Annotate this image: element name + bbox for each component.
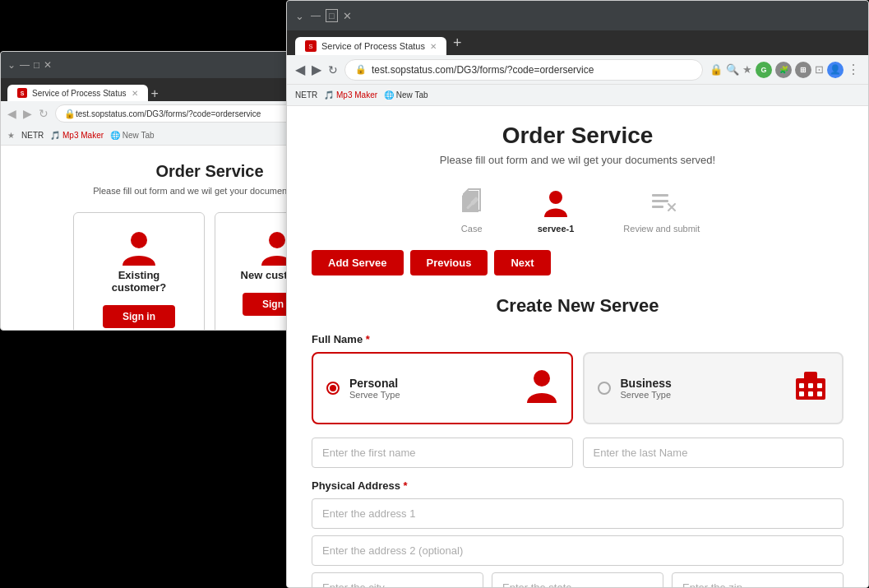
front-nav-forward[interactable]: ▶ (312, 62, 321, 77)
servee-type-row: Personal Servee Type Business Servee Typ… (312, 352, 844, 424)
front-mp3-label: Mp3 Maker (336, 90, 377, 100)
business-info: Business Servee Type (621, 377, 793, 400)
svg-point-0 (131, 232, 147, 248)
back-win-controls: ⌄ — □ ✕ (7, 59, 52, 71)
next-button[interactable]: Next (494, 250, 550, 275)
front-tab-close-icon[interactable]: ✕ (430, 42, 437, 51)
action-buttons-row: Add Servee Previous Next (312, 250, 844, 275)
last-name-input[interactable] (583, 438, 844, 468)
front-toolbar: NETR 🎵 Mp3 Maker 🌐 New Tab (287, 85, 868, 106)
step-case-icon-wrap (455, 186, 488, 219)
first-name-input[interactable] (312, 438, 573, 468)
front-address-input[interactable]: 🔒 test.sopstatus.com/DG3/forms/?code=ord… (344, 59, 703, 81)
front-address-row: ◀ ▶ ↻ 🔒 test.sopstatus.com/DG3/forms/?co… (287, 55, 868, 85)
personal-sub: Servee Type (349, 390, 525, 400)
front-ext-green[interactable]: G (756, 62, 772, 78)
add-servee-button[interactable]: Add Servee (312, 250, 404, 275)
step-review: Review and submit (623, 186, 700, 234)
state-input[interactable] (492, 572, 663, 588)
full-name-label-text: Full Name (312, 333, 363, 345)
front-active-tab[interactable]: S Service of Process Status ✕ (295, 37, 446, 55)
front-tab-label: Service of Process Status (321, 41, 425, 51)
svg-rect-12 (799, 383, 804, 388)
personal-icon (525, 367, 558, 410)
existing-customer-label: Existing customer? (94, 269, 184, 294)
front-toolbar-mp3[interactable]: 🎵 Mp3 Maker (324, 90, 377, 100)
back-win-close[interactable]: ✕ (44, 59, 52, 71)
front-new-tab-btn[interactable]: + (453, 35, 462, 55)
front-split-icon[interactable]: ⊡ (815, 63, 824, 76)
business-type-card[interactable]: Business Servee Type (583, 352, 844, 424)
front-chrome-top: ⌄ — □ ✕ (287, 1, 868, 30)
city-input[interactable] (312, 572, 483, 588)
back-win-down[interactable]: ⌄ (7, 59, 16, 71)
front-lock-icon: 🔒 (355, 64, 367, 75)
back-win-minimize[interactable]: — (20, 59, 30, 71)
back-tab-favicon: S (17, 88, 27, 98)
front-star-icon[interactable]: ★ (742, 63, 752, 76)
front-maximize-icon[interactable]: □ (326, 9, 338, 22)
personal-name: Personal (349, 377, 525, 390)
back-nav-reload[interactable]: ↻ (39, 107, 49, 120)
front-profile-icon[interactable]: 👤 (827, 62, 844, 78)
front-ext-puzzle[interactable]: 🧩 (775, 62, 792, 78)
front-chevron-down-icon: ⌄ (295, 10, 304, 22)
back-nav-back[interactable]: ◀ (7, 107, 16, 120)
front-menu-icon[interactable]: ⋮ (847, 62, 860, 77)
city-state-zip-row (312, 572, 844, 588)
back-toolbar-mp3[interactable]: 🎵 Mp3 Maker (50, 131, 104, 140)
back-win-maximize[interactable]: □ (34, 59, 39, 71)
personal-info: Personal Servee Type (349, 377, 525, 400)
personal-type-card[interactable]: Personal Servee Type (312, 352, 573, 424)
full-name-required: * (366, 333, 370, 345)
front-ext-grid[interactable]: ⊞ (795, 62, 811, 78)
svg-point-9 (534, 370, 550, 387)
business-radio[interactable] (598, 382, 611, 395)
svg-point-1 (269, 232, 285, 248)
step-case-label: Case (461, 224, 483, 234)
back-toolbar-newtab[interactable]: 🌐 New Tab (110, 131, 155, 140)
physical-address-label-text: Physical Address (312, 479, 400, 492)
back-nav-forward[interactable]: ▶ (23, 107, 32, 120)
front-minimize-icon[interactable]: — (311, 10, 321, 21)
business-icon (793, 367, 829, 410)
physical-address-required: * (404, 479, 408, 492)
create-servee-heading: Create New Servee (312, 295, 844, 317)
back-tab-close-icon[interactable]: ✕ (132, 89, 138, 98)
previous-button[interactable]: Previous (410, 250, 488, 275)
address2-input[interactable] (312, 535, 844, 566)
front-toolbar-netr[interactable]: NETR (295, 90, 317, 100)
front-search2-icon[interactable]: 🔍 (726, 63, 739, 76)
svg-rect-8 (652, 206, 663, 208)
svg-rect-16 (808, 391, 813, 396)
business-sub: Servee Type (621, 390, 793, 400)
stepper: Case servee-1 (312, 186, 844, 234)
back-tab[interactable]: S Service of Process Status ✕ (7, 85, 148, 101)
existing-customer-card: Existing customer? Sign in (73, 212, 205, 331)
back-lock-icon: 🔒 (64, 109, 76, 119)
business-name: Business (621, 377, 793, 390)
zip-input[interactable] (672, 572, 844, 588)
address1-input[interactable] (312, 498, 844, 529)
personal-radio[interactable] (326, 382, 340, 395)
back-toolbar-netr[interactable]: NETR (21, 131, 44, 140)
front-toolbar-newtab[interactable]: 🌐 New Tab (384, 90, 428, 100)
front-win-btns: — □ ✕ (311, 9, 352, 22)
svg-rect-10 (796, 378, 825, 400)
svg-rect-13 (808, 383, 813, 388)
front-tab-strip: S Service of Process Status ✕ + (287, 30, 868, 55)
front-nav-back[interactable]: ◀ (295, 62, 305, 77)
front-close-icon[interactable]: ✕ (343, 10, 352, 22)
front-url-text: test.sopstatus.com/DG3/forms/?code=order… (372, 64, 594, 76)
front-newtab-label: New Tab (396, 90, 428, 100)
back-tab-label: Service of Process Status (32, 89, 127, 98)
svg-rect-14 (817, 383, 822, 388)
front-browser-window: ⌄ — □ ✕ S Service of Process Status ✕ + … (286, 0, 869, 588)
front-page-title: Order Service (312, 123, 844, 149)
name-row (312, 438, 844, 468)
back-new-tab-btn[interactable]: + (151, 86, 159, 101)
full-name-label: Full Name * (312, 333, 844, 345)
sign-in-button[interactable]: Sign in (103, 305, 175, 328)
front-nav-reload[interactable]: ↻ (328, 63, 338, 76)
existing-customer-icon (94, 229, 184, 269)
